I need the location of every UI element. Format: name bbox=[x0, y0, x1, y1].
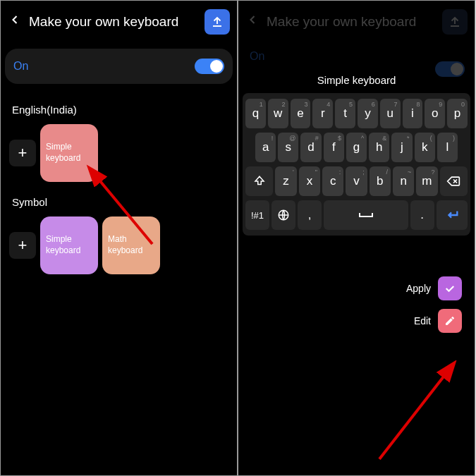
page-title: Make your own keyboard bbox=[267, 14, 435, 30]
tile-label: Math keyboard bbox=[108, 234, 154, 256]
shift-key[interactable] bbox=[245, 166, 273, 196]
tile-simple-keyboard[interactable]: Simple keyboard bbox=[40, 124, 98, 182]
edit-label: Edit bbox=[414, 315, 431, 327]
action-edit-row: Edit bbox=[238, 303, 475, 336]
key-o[interactable]: 9o bbox=[425, 99, 445, 128]
tile-simple-keyboard-2[interactable]: Simple keyboard bbox=[40, 216, 98, 274]
key-v[interactable]: ;v bbox=[346, 166, 367, 196]
backspace-key[interactable] bbox=[440, 166, 468, 196]
toggle-row: On bbox=[5, 49, 233, 84]
tile-label: Simple keyboard bbox=[46, 142, 92, 164]
toggle-knob bbox=[210, 60, 223, 73]
key-b[interactable]: /b bbox=[370, 166, 391, 196]
globe-key[interactable] bbox=[271, 200, 295, 230]
key-x[interactable]: "x bbox=[299, 166, 320, 196]
section-symbol: Symbol bbox=[1, 182, 237, 216]
space-key[interactable] bbox=[324, 200, 408, 230]
back-icon[interactable] bbox=[8, 13, 22, 31]
key-h[interactable]: &h bbox=[369, 133, 389, 162]
tiles-row-english: + Simple keyboard bbox=[1, 124, 237, 182]
tile-label: Simple keyboard bbox=[46, 234, 92, 256]
add-button[interactable]: + bbox=[9, 140, 36, 166]
period-key[interactable]: . bbox=[410, 200, 434, 230]
annotation-arrow-icon bbox=[372, 360, 471, 466]
section-english: English(India) bbox=[1, 90, 237, 124]
key-row-4: !#1 , . bbox=[245, 200, 468, 230]
tile-math-keyboard[interactable]: Math keyboard bbox=[102, 216, 160, 274]
panel-right: Make your own keyboard On Simple keyboar… bbox=[238, 0, 475, 476]
toggle-label-dim: On bbox=[250, 50, 264, 63]
enter-key[interactable] bbox=[437, 200, 468, 230]
keyboard-preview: 1q2w3e4r5t6y7u8i9o0p !a@s#d$f^g&h*j(k)l … bbox=[243, 93, 470, 236]
key-y[interactable]: 6y bbox=[358, 99, 378, 128]
key-row-1: 1q2w3e4r5t6y7u8i9o0p bbox=[245, 99, 468, 128]
apply-label: Apply bbox=[406, 283, 431, 294]
tiles-row-symbol: + Simple keyboard Math keyboard bbox=[1, 216, 237, 274]
action-apply-row: Apply bbox=[238, 271, 475, 303]
key-i[interactable]: 8i bbox=[403, 99, 423, 128]
key-g[interactable]: ^g bbox=[346, 133, 367, 162]
key-m[interactable]: ?m bbox=[416, 166, 437, 196]
key-l[interactable]: )l bbox=[437, 133, 458, 162]
key-c[interactable]: :c bbox=[322, 166, 343, 196]
key-k[interactable]: (k bbox=[415, 133, 435, 162]
svg-line-6 bbox=[379, 373, 446, 459]
header-dimmed: Make your own keyboard bbox=[238, 1, 475, 43]
key-row-3: 'z"x:c;v/b~n?m bbox=[245, 166, 468, 196]
upload-button[interactable] bbox=[205, 9, 230, 35]
key-f[interactable]: $f bbox=[324, 133, 344, 162]
toggle-dim bbox=[435, 61, 465, 77]
panel-left: Make your own keyboard On English(India)… bbox=[0, 0, 238, 476]
back-icon bbox=[245, 13, 260, 31]
symbols-key[interactable]: !#1 bbox=[245, 200, 269, 230]
key-a[interactable]: !a bbox=[255, 133, 276, 162]
apply-button[interactable] bbox=[438, 276, 462, 300]
page-title: Make your own keyboard bbox=[29, 14, 197, 30]
key-w[interactable]: 2w bbox=[268, 99, 288, 128]
key-t[interactable]: 5t bbox=[335, 99, 355, 128]
key-row-2: !a@s#d$f^g&h*j(k)l bbox=[245, 133, 468, 162]
header: Make your own keyboard bbox=[1, 1, 237, 43]
key-s[interactable]: @s bbox=[278, 133, 298, 162]
key-z[interactable]: 'z bbox=[275, 166, 296, 196]
key-r[interactable]: 4r bbox=[312, 99, 333, 128]
edit-button[interactable] bbox=[438, 309, 462, 333]
toggle-label: On bbox=[13, 60, 28, 73]
key-e[interactable]: 3e bbox=[291, 99, 311, 128]
key-u[interactable]: 7u bbox=[380, 99, 401, 128]
key-q[interactable]: 1q bbox=[245, 99, 266, 128]
toggle-switch[interactable] bbox=[195, 59, 224, 74]
add-button[interactable]: + bbox=[9, 232, 36, 259]
comma-key[interactable]: , bbox=[298, 200, 322, 230]
key-j[interactable]: *j bbox=[391, 133, 412, 162]
key-d[interactable]: #d bbox=[300, 133, 321, 162]
upload-button bbox=[442, 9, 468, 35]
key-n[interactable]: ~n bbox=[393, 166, 414, 196]
key-p[interactable]: 0p bbox=[447, 99, 468, 128]
